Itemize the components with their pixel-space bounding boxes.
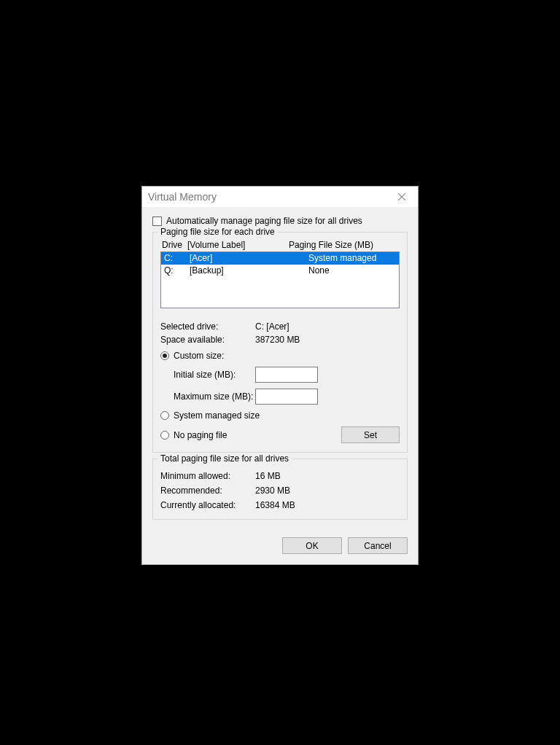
custom-size-radio[interactable] (160, 351, 169, 360)
set-button[interactable]: Set (341, 426, 400, 443)
header-volume-label: [Volume Label] (187, 240, 289, 250)
selected-drive-row: Selected drive: C: [Acer] (160, 321, 400, 332)
header-paging-size: Paging File Size (MB) (289, 240, 398, 250)
auto-manage-label: Automatically manage paging file size fo… (166, 216, 362, 226)
dialog-content: Automatically manage paging file size fo… (142, 207, 418, 530)
drive-list-header: Drive [Volume Label] Paging File Size (M… (160, 240, 400, 251)
currently-allocated-row: Currently allocated: 16384 MB (160, 500, 400, 510)
close-icon (398, 193, 405, 200)
ok-button[interactable]: OK (282, 537, 342, 554)
maximum-size-input[interactable] (255, 389, 318, 405)
minimum-allowed-row: Minimum allowed: 16 MB (160, 471, 400, 481)
drive-row[interactable]: C: [Acer] System managed (161, 252, 399, 265)
close-button[interactable] (387, 187, 416, 206)
drive-row[interactable]: Q: [Backup] None (161, 265, 399, 277)
selected-drive-label: Selected drive: (160, 321, 255, 332)
drive-letter: Q: (164, 265, 190, 276)
space-available-row: Space available: 387230 MB (160, 335, 400, 345)
recommended-row: Recommended: 2930 MB (160, 485, 400, 496)
no-paging-and-set-row: No paging file Set (160, 426, 400, 443)
maximum-size-label: Maximum size (MB): (174, 391, 255, 402)
system-managed-radio[interactable] (160, 411, 169, 420)
drive-volume-label: [Acer] (190, 253, 287, 264)
custom-size-label: Custom size: (174, 351, 224, 361)
custom-size-inputs: Initial size (MB): Maximum size (MB): (174, 367, 400, 405)
auto-manage-row[interactable]: Automatically manage paging file size fo… (152, 216, 408, 226)
drive-group-legend: Paging file size for each drive (158, 227, 278, 237)
system-managed-label: System managed size (174, 410, 260, 421)
minimum-allowed-label: Minimum allowed: (160, 471, 255, 481)
titlebar: Virtual Memory (142, 187, 418, 207)
minimum-allowed-value: 16 MB (255, 471, 281, 481)
initial-size-input[interactable] (255, 367, 318, 383)
system-managed-radio-row[interactable]: System managed size (160, 410, 400, 421)
cancel-button[interactable]: Cancel (348, 537, 408, 554)
space-available-label: Space available: (160, 335, 255, 345)
drive-list[interactable]: C: [Acer] System managed Q: [Backup] Non… (160, 251, 400, 308)
drive-paging-size: System managed (287, 253, 396, 264)
initial-size-label: Initial size (MB): (174, 370, 255, 380)
totals-legend: Total paging file size for all drives (158, 453, 292, 464)
currently-allocated-value: 16384 MB (255, 500, 295, 510)
space-available-value: 387230 MB (255, 335, 300, 345)
recommended-value: 2930 MB (255, 485, 290, 496)
dialog-title: Virtual Memory (148, 191, 217, 203)
virtual-memory-dialog: Virtual Memory Automatically manage pagi… (141, 186, 419, 565)
initial-size-row: Initial size (MB): (174, 367, 400, 383)
auto-manage-checkbox[interactable] (152, 217, 162, 226)
dialog-footer: OK Cancel (142, 530, 418, 564)
drive-volume-label: [Backup] (190, 265, 287, 276)
no-paging-radio[interactable] (160, 431, 169, 440)
custom-size-radio-row[interactable]: Custom size: (160, 351, 400, 361)
maximum-size-row: Maximum size (MB): (174, 389, 400, 405)
drive-group: Paging file size for each drive Drive [V… (152, 232, 408, 453)
no-paging-radio-row[interactable]: No paging file (160, 430, 227, 440)
totals-group: Total paging file size for all drives Mi… (152, 459, 408, 520)
drive-letter: C: (164, 253, 190, 264)
currently-allocated-label: Currently allocated: (160, 500, 255, 510)
drive-paging-size: None (287, 265, 396, 276)
no-paging-label: No paging file (174, 430, 227, 440)
selected-drive-value: C: [Acer] (255, 321, 289, 332)
header-drive: Drive (162, 240, 187, 250)
recommended-label: Recommended: (160, 485, 255, 496)
